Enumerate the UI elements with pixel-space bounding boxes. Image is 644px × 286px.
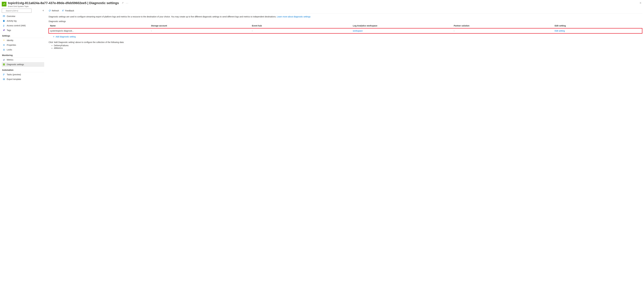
activity-log-icon [3, 19, 5, 22]
resource-icon [2, 2, 6, 6]
footer-note: Click 'Add Diagnostic setting' above to … [48, 41, 642, 49]
learn-more-link[interactable]: Learn more about diagnostic settings [277, 15, 310, 18]
diagnostic-settings-icon [3, 63, 5, 66]
edit-setting-link[interactable]: Edit setting [555, 30, 565, 32]
svg-rect-13 [4, 59, 4, 60]
refresh-label: Refresh [52, 9, 59, 12]
sidebar-item-label: Diagnostic settings [7, 63, 24, 66]
sidebar-item-identity[interactable]: Identity [2, 38, 44, 43]
cell-name: systemtopic01-diagnosti... [48, 28, 150, 34]
svg-point-6 [4, 25, 5, 25]
sidebar-item-tasks[interactable]: Tasks (preview) [2, 72, 44, 77]
sidebar-item-label: Locks [7, 48, 12, 51]
svg-point-10 [4, 45, 5, 46]
sidebar-item-access-control[interactable]: Access control (IAM) [2, 23, 44, 28]
sidebar-item-label: Tasks (preview) [7, 73, 21, 76]
sidebar-item-properties[interactable]: Properties [2, 43, 44, 47]
access-control-icon [3, 24, 5, 27]
svg-rect-12 [3, 60, 4, 60]
svg-point-5 [3, 25, 4, 25]
svg-rect-16 [3, 74, 4, 74]
tasks-icon [3, 73, 5, 76]
sidebar-item-locks[interactable]: Locks [2, 47, 44, 52]
sidebar-item-metrics[interactable]: Metrics [2, 57, 44, 62]
sidebar-item-label: Metrics [7, 59, 13, 61]
col-storage: Storage account [150, 23, 250, 28]
sidebar-item-activity-log[interactable]: Activity log [2, 18, 44, 23]
collapse-sidebar-icon[interactable] [42, 9, 44, 12]
feedback-button[interactable]: Feedback [62, 9, 74, 12]
col-eventhub: Event hub [250, 23, 352, 28]
properties-icon [3, 44, 5, 46]
svg-rect-1 [3, 15, 5, 17]
identity-icon [3, 39, 5, 42]
cell-storage: - [150, 28, 250, 34]
lock-icon [3, 48, 5, 51]
sidebar-item-tags[interactable]: Tags [2, 28, 44, 33]
export-template-icon [3, 78, 5, 81]
sidebar-item-export-template[interactable]: Export template [2, 77, 44, 82]
description-text: Diagnostic settings are used to configur… [48, 15, 642, 18]
diagnostic-settings-table: Name Storage account Event hub Log Analy… [48, 23, 642, 33]
svg-rect-4 [4, 21, 4, 21]
tags-icon [3, 29, 5, 31]
sidebar-section-automation: Automation [2, 67, 44, 72]
feedback-label: Feedback [65, 9, 74, 12]
col-partner: Partner solution [452, 23, 553, 28]
close-icon[interactable] [639, 1, 642, 5]
sidebar: Overview Activity log Access control (IA… [2, 9, 44, 82]
col-name: Name [48, 23, 150, 28]
svg-rect-14 [4, 59, 4, 61]
col-edit: Edit setting [553, 23, 642, 28]
plus-icon [53, 36, 55, 38]
sidebar-section-monitoring: Monitoring [2, 52, 44, 57]
sidebar-item-label: Access control (IAM) [7, 24, 26, 27]
page-title: topic01stg-811a624a-8a77-437e-89de-dfeb5… [8, 1, 119, 5]
page-subtitle: Event Grid System Topic [8, 5, 637, 7]
overview-icon [3, 15, 5, 17]
cell-partner: - [452, 28, 553, 34]
pin-icon[interactable] [122, 2, 124, 4]
sidebar-item-label: Properties [7, 44, 16, 46]
svg-rect-17 [4, 74, 5, 74]
svg-rect-11 [3, 50, 4, 50]
sidebar-item-label: Overview [7, 15, 15, 17]
list-item: AllMetrics [54, 47, 642, 49]
list-item: DeliveryFailures [54, 44, 642, 47]
sidebar-item-label: Activity log [7, 20, 16, 22]
blade-header: topic01stg-811a624a-8a77-437e-89de-dfeb5… [2, 1, 642, 7]
add-label: Add diagnostic setting [56, 35, 76, 38]
diagnostic-settings-heading: Diagnostic settings [48, 20, 642, 22]
metrics-icon [3, 58, 5, 61]
col-law: Log Analytics workspace [352, 23, 452, 28]
refresh-button[interactable]: Refresh [48, 9, 59, 12]
add-diagnostic-setting-button[interactable]: Add diagnostic setting [51, 34, 642, 40]
header-text: topic01stg-811a624a-8a77-437e-89de-dfeb5… [8, 1, 637, 7]
table-row[interactable]: systemtopic01-diagnosti... - - workspace… [48, 28, 642, 34]
sidebar-item-diagnostic-settings[interactable]: Diagnostic settings [2, 62, 44, 67]
svg-point-9 [4, 45, 5, 45]
sidebar-item-label: Tags [7, 29, 11, 31]
svg-rect-18 [3, 75, 4, 75]
svg-rect-3 [4, 20, 4, 21]
svg-point-20 [62, 10, 63, 10]
sidebar-item-label: Identity [7, 39, 13, 41]
search-input[interactable] [2, 9, 32, 13]
sidebar-item-label: Export template [7, 78, 21, 80]
cell-eventhub: - [250, 28, 352, 34]
main-content: Refresh Feedback Diagnostic settings are… [44, 9, 642, 82]
command-bar: Refresh Feedback [48, 9, 642, 13]
svg-point-7 [4, 30, 4, 30]
svg-point-8 [4, 44, 5, 45]
workspace-link[interactable]: workspace [353, 30, 363, 32]
sidebar-item-overview[interactable]: Overview [2, 14, 44, 18]
more-icon[interactable]: ··· [126, 2, 128, 4]
sidebar-section-settings: Settings [2, 33, 44, 38]
